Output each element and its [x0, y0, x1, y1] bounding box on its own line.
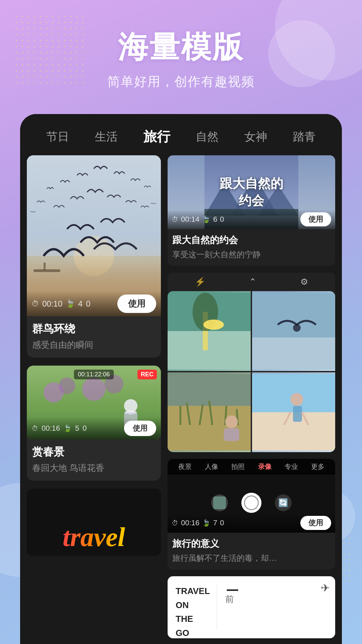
svg-point-36	[225, 416, 238, 428]
travel-en-block: TRAVEL ON THE GO	[176, 584, 210, 630]
svg-rect-3	[34, 269, 60, 272]
travel-word-scene: travel	[27, 489, 161, 556]
leaf-icon-1: 🍃	[66, 300, 75, 308]
card-travel-meaning: 夜景 人像 拍照 录像 专业 更多	[168, 459, 335, 570]
card3-likes: 5	[75, 424, 79, 433]
clock-icon-4: ⏱	[172, 519, 178, 527]
camera-modes: 夜景 人像 拍照 录像 专业 更多	[168, 459, 335, 475]
grid-icons-row: ⚡ ⌃ ⚙	[168, 273, 335, 291]
left-column: ⏱ 00:10 🍃 4 0 使用 群鸟环绕 感受自由的瞬间	[27, 155, 161, 638]
card4-desc: 旅行虽解不了生活的毒，却…	[172, 553, 330, 564]
card2-thumb-wrap: 跟大自然的约会 ⏱ 00:14 🍃 6 0 使用	[168, 155, 335, 229]
card1-title: 群鸟环绕	[32, 322, 156, 336]
tab-hiking[interactable]: 踏青	[290, 128, 318, 146]
grid-photo-4	[252, 372, 335, 452]
card4-title: 旅行的意义	[172, 537, 330, 550]
svg-point-27	[293, 324, 301, 332]
flash-icon: ⚡	[195, 277, 205, 287]
card-birds-thumb: ⏱ 00:10 🍃 4 0 使用	[27, 155, 161, 316]
card3-comments: 0	[82, 424, 86, 433]
tab-nature[interactable]: 自然	[193, 128, 221, 146]
card3-meta: ⏱ 00:16 🍃 5 0 使用	[27, 417, 161, 439]
mode-pro[interactable]: 专业	[285, 462, 298, 471]
mode-more[interactable]: 更多	[311, 462, 324, 471]
card-travel-word: travel	[27, 489, 161, 556]
grid-photo-1	[168, 291, 251, 371]
tab-holiday[interactable]: 节日	[44, 128, 72, 146]
svg-rect-4	[44, 263, 46, 270]
svg-point-24	[203, 320, 224, 330]
card4-time: 00:16	[181, 519, 199, 527]
right-column: 跟大自然的约会 ⏱ 00:14 🍃 6 0 使用 跟大自然的约会	[168, 155, 335, 638]
card2-title: 跟大自然的约会	[172, 234, 330, 247]
card4-comments: 0	[220, 519, 224, 527]
svg-rect-37	[224, 428, 239, 441]
tab-bar: 节日 生活 旅行 自然 女神 踏青	[20, 114, 342, 155]
clock-icon-3: ⏱	[32, 425, 38, 432]
card1-likes: 4	[78, 299, 82, 309]
card4-info: 旅行的意义 旅行虽解不了生活的毒，却…	[168, 533, 335, 570]
card2-use-button[interactable]: 使用	[300, 212, 331, 226]
camera-controls: 🔄	[211, 493, 292, 513]
svg-point-11	[124, 399, 137, 413]
card2-comments: 0	[220, 215, 224, 224]
card1-use-button[interactable]: 使用	[117, 294, 156, 313]
card2-likes: 6	[213, 215, 217, 224]
mode-video[interactable]: 录像	[258, 462, 272, 471]
svg-point-8	[82, 377, 106, 401]
grid-photo-2	[252, 291, 335, 371]
travel-text-content: TRAVEL ON THE GO 一 前	[176, 584, 327, 630]
plane-icon: ✈	[321, 582, 330, 594]
bird-water-svg	[252, 291, 335, 371]
tab-life[interactable]: 生活	[92, 128, 120, 146]
mode-photo[interactable]: 拍照	[231, 462, 245, 471]
shutter-button[interactable]	[241, 493, 261, 513]
card4-thumb-wrap: 夜景 人像 拍照 录像 专业 更多	[168, 459, 335, 533]
card3-desc: 春回大地 鸟语花香	[32, 462, 156, 474]
card1-comments: 0	[86, 299, 90, 309]
leaf-icon-3: 🍃	[63, 424, 72, 432]
photo-grid	[168, 291, 335, 452]
tab-goddess[interactable]: 女神	[242, 128, 270, 146]
mode-portrait[interactable]: 人像	[205, 462, 218, 471]
card2-time: 00:14	[181, 215, 199, 224]
settings-icon: ⚙	[300, 277, 308, 287]
card-spring: 00:11:22:06 REC	[27, 366, 161, 481]
tab-travel[interactable]: 旅行	[141, 126, 173, 147]
svg-rect-21	[168, 331, 251, 369]
clock-icon-1: ⏱	[32, 300, 39, 308]
leaf-icon-4: 🍃	[202, 519, 210, 527]
mode-nightscene[interactable]: 夜景	[178, 462, 192, 471]
travel-divider	[217, 584, 217, 630]
travel-cn-block: 一 前	[224, 584, 240, 630]
card1-desc: 感受自由的瞬间	[32, 339, 156, 351]
clock-icon-2: ⏱	[172, 216, 178, 223]
card2-desc: 享受这一刻大自然的宁静	[172, 249, 330, 260]
rec-badge: REC	[137, 370, 157, 379]
svg-point-40	[290, 393, 303, 406]
header-title: 海量模版	[0, 27, 362, 68]
card-spring-thumb: 00:11:22:06 REC	[27, 366, 161, 439]
leaf-icon-2: 🍃	[202, 215, 210, 223]
header-subtitle: 简单好用，创作有趣视频	[0, 73, 362, 90]
card1-meta: ⏱ 00:10 🍃 4 0 使用	[27, 291, 161, 316]
card2-info: 跟大自然的约会 享受这一刻大自然的宁静	[168, 229, 335, 266]
card4-meta-overlay: ⏱ 00:16 🍃 7 0 使用	[168, 513, 335, 533]
grid-photo-3	[168, 372, 251, 452]
shutter-inner	[244, 495, 259, 510]
gallery-thumb[interactable]	[211, 494, 228, 511]
svg-rect-41	[293, 406, 302, 422]
svg-point-7	[59, 377, 75, 394]
recording-time: 00:11:22:06	[74, 370, 114, 379]
spring-scene-container: 00:11:22:06 REC	[27, 366, 161, 439]
content-area: ⏱ 00:10 🍃 4 0 使用 群鸟环绕 感受自由的瞬间	[20, 155, 342, 644]
card1-time: 00:10	[42, 299, 62, 309]
card-nature: 跟大自然的约会 ⏱ 00:14 🍃 6 0 使用 跟大自然的约会	[168, 155, 335, 266]
camera-flip-button[interactable]: 🔄	[275, 494, 292, 511]
card4-use-button[interactable]: 使用	[300, 516, 331, 530]
travel-word-text: travel	[63, 522, 125, 552]
card3-title: 赏春景	[32, 445, 156, 460]
card3-time: 00:16	[42, 424, 60, 433]
card3-use-button[interactable]: 使用	[124, 421, 156, 436]
main-card: 节日 生活 旅行 自然 女神 踏青	[20, 114, 342, 644]
